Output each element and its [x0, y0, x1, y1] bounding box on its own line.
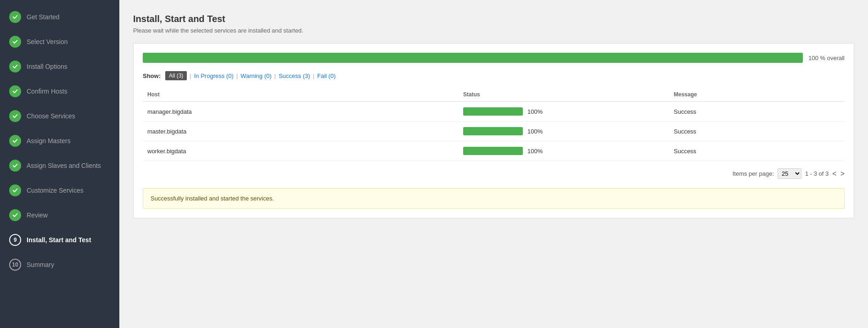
table-row: worker.bigdata100%Success	[143, 141, 845, 161]
sidebar-label-customize-services: Customize Services	[27, 187, 84, 194]
host-cell: master.bigdata	[143, 122, 459, 141]
show-label: Show:	[143, 72, 161, 79]
message-cell: Success	[669, 102, 845, 122]
overall-progress-label: 100 % overall	[808, 55, 845, 61]
sidebar-item-choose-services[interactable]: Choose Services	[0, 104, 119, 128]
sidebar-item-assign-masters[interactable]: Assign Masters	[0, 128, 119, 153]
sidebar-label-get-started: Get Started	[27, 13, 60, 21]
table-row: manager.bigdata100%Success	[143, 102, 845, 122]
step-icon-install-options	[9, 61, 21, 72]
success-banner: Successfully installed and started the s…	[143, 188, 845, 209]
status-cell: 100%	[459, 102, 669, 122]
sep3: |	[274, 72, 276, 79]
sep4: |	[313, 72, 314, 79]
step-icon-summary: 10	[9, 259, 21, 271]
filter-fail-link[interactable]: Fail (0)	[317, 72, 336, 79]
sidebar-item-summary[interactable]: 10Summary	[0, 252, 119, 277]
overall-progress-row: 100 % overall	[143, 53, 845, 63]
filter-row: Show: All (3) | In Progress (0) | Warnin…	[143, 71, 845, 80]
pagination-next[interactable]: >	[840, 170, 845, 178]
table-row: master.bigdata100%Success	[143, 122, 845, 141]
step-icon-review	[9, 209, 21, 221]
sidebar-label-choose-services: Choose Services	[27, 112, 75, 120]
step-icon-assign-slaves-clients	[9, 160, 21, 172]
step-icon-assign-masters	[9, 135, 21, 147]
filter-inprogress-link[interactable]: In Progress (0)	[194, 72, 234, 79]
page-subtitle: Please wait while the selected services …	[133, 27, 854, 34]
sidebar-item-get-started[interactable]: Get Started	[0, 5, 119, 29]
message-cell: Success	[669, 141, 845, 161]
col-message: Message	[669, 88, 845, 102]
overall-progress-bar	[143, 53, 803, 63]
pagination-row: Items per page: 25 50 100 1 - 3 of 3 < >	[143, 168, 845, 179]
page-title: Install, Start and Test	[133, 14, 854, 24]
step-icon-customize-services	[9, 184, 21, 196]
status-cell: 100%	[459, 141, 669, 161]
sidebar-item-customize-services[interactable]: Customize Services	[0, 178, 119, 203]
items-per-page-select[interactable]: 25 50 100	[778, 168, 801, 179]
sidebar-label-summary: Summary	[27, 261, 54, 268]
step-icon-install-start-test: 9	[9, 234, 21, 246]
overall-progress-fill	[143, 53, 803, 63]
status-cell: 100%	[459, 122, 669, 141]
sep1: |	[190, 72, 191, 79]
step-icon-select-version	[9, 36, 21, 48]
step-icon-confirm-hosts	[9, 85, 21, 97]
pagination-prev[interactable]: <	[832, 170, 836, 178]
col-host: Host	[143, 88, 459, 102]
install-card: 100 % overall Show: All (3) | In Progres…	[133, 43, 854, 218]
sidebar-label-install-start-test: Install, Start and Test	[27, 236, 91, 244]
main-content: Install, Start and Test Please wait whil…	[119, 0, 868, 328]
sidebar-label-select-version: Select Version	[27, 38, 68, 45]
sidebar-item-install-options[interactable]: Install Options	[0, 54, 119, 79]
success-text: Successfully installed and started the s…	[151, 195, 274, 202]
sidebar-item-install-start-test[interactable]: 9Install, Start and Test	[0, 228, 119, 252]
sidebar-item-select-version[interactable]: Select Version	[0, 29, 119, 54]
sidebar-label-assign-slaves-clients: Assign Slaves and Clients	[27, 162, 101, 169]
filter-success-link[interactable]: Success (3)	[279, 72, 310, 79]
sidebar-item-assign-slaves-clients[interactable]: Assign Slaves and Clients	[0, 153, 119, 178]
sidebar-item-confirm-hosts[interactable]: Confirm Hosts	[0, 79, 119, 104]
sidebar-label-assign-masters: Assign Masters	[27, 137, 71, 145]
col-status: Status	[459, 88, 669, 102]
sidebar-label-confirm-hosts: Confirm Hosts	[27, 88, 67, 95]
host-cell: manager.bigdata	[143, 102, 459, 122]
filter-warning-link[interactable]: Warning (0)	[241, 72, 271, 79]
sidebar-label-review: Review	[27, 211, 48, 219]
items-per-page-label: Items per page:	[733, 170, 774, 177]
message-cell: Success	[669, 122, 845, 141]
pagination-range: 1 - 3 of 3	[805, 170, 829, 177]
sidebar-label-install-options: Install Options	[27, 63, 67, 70]
hosts-table: Host Status Message manager.bigdata100%S…	[143, 88, 845, 161]
step-icon-get-started	[9, 11, 21, 23]
step-icon-choose-services	[9, 110, 21, 122]
filter-all-button[interactable]: All (3)	[165, 71, 187, 80]
sidebar-item-review[interactable]: Review	[0, 203, 119, 228]
host-cell: worker.bigdata	[143, 141, 459, 161]
sep2: |	[236, 72, 238, 79]
sidebar: Get Started Select Version Install Optio…	[0, 0, 119, 328]
